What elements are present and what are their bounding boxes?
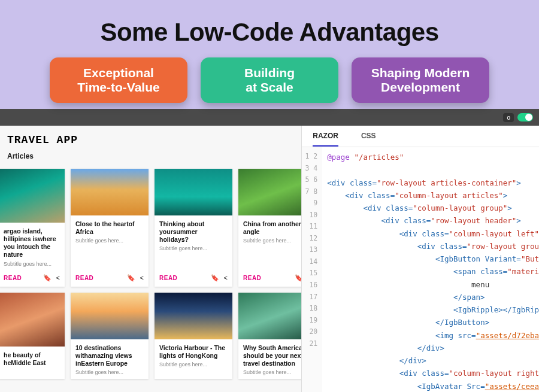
pill-line: Exceptional xyxy=(66,66,171,80)
line-gutter: 1 2 3 4 5 6 7 8 9 10 11 12 13 14 15 16 1… xyxy=(302,147,322,392)
code-tabs: RAZOR CSS xyxy=(302,126,539,147)
designer-toolbar: o xyxy=(0,109,539,126)
read-button[interactable]: READ xyxy=(4,275,22,281)
card-title: 10 destinations withamazing views inEast… xyxy=(75,344,144,367)
pill-line: Time-to-Value xyxy=(66,80,171,95)
card-title: argao island, hillipines iswhere you int… xyxy=(4,227,60,259)
tab-razor[interactable]: RAZOR xyxy=(313,132,338,147)
pill-modern-dev: Shaping Modern Development xyxy=(352,57,489,103)
card-subtitle: Subtitle goes here... xyxy=(159,361,228,367)
bookmark-icon[interactable]: 🔖 xyxy=(127,274,135,282)
share-icon[interactable]: < xyxy=(224,274,228,282)
card-title: Close to the heartof Africa xyxy=(75,220,144,236)
card-thumbnail xyxy=(71,293,149,339)
card-thumbnail xyxy=(0,293,65,347)
page-title: Some Low-Code Advantages xyxy=(0,0,539,57)
card-thumbnail xyxy=(155,293,232,339)
share-icon[interactable]: < xyxy=(140,274,144,282)
panels: TRAVEL APP Articles argao island, hillip… xyxy=(0,126,539,392)
card-title: Why South America should be your next tr… xyxy=(243,344,301,367)
card-thumbnail xyxy=(0,169,65,223)
share-icon[interactable]: < xyxy=(56,274,60,282)
article-card[interactable]: China from another angle Subtitle goes h… xyxy=(238,169,301,287)
card-thumbnail xyxy=(238,169,301,215)
article-card[interactable]: Thinking about yoursummer holidays? Subt… xyxy=(155,169,232,287)
card-subtitle: Subtitle goes here... xyxy=(75,238,144,244)
card-title: he beauty of heMiddle East xyxy=(4,351,60,367)
article-card[interactable]: argao island, hillipines iswhere you int… xyxy=(0,169,65,287)
read-button[interactable]: READ xyxy=(75,275,93,281)
card-subtitle: Subtitle goes here... xyxy=(243,238,301,244)
pill-building-at-scale: Building at Scale xyxy=(201,57,338,103)
read-button[interactable]: READ xyxy=(159,275,177,281)
article-card[interactable]: Victoria Harbour - The lights of HongKon… xyxy=(155,293,232,379)
article-card[interactable]: Close to the heartof Africa Subtitle goe… xyxy=(71,169,149,287)
pill-line: Building xyxy=(217,66,322,80)
article-card[interactable]: he beauty of heMiddle East xyxy=(0,293,65,379)
card-subtitle: Subtitle goes here... xyxy=(4,261,60,267)
pill-line: Development xyxy=(368,80,473,95)
pill-line: Shaping Modern xyxy=(368,66,473,80)
advantage-pill-row: Exceptional Time-to-Value Building at Sc… xyxy=(0,57,539,103)
source-code: @page "/articles" <div class="row-layout… xyxy=(322,147,539,392)
toolbar-toggle[interactable] xyxy=(517,113,533,121)
card-title: China from another angle xyxy=(243,220,301,236)
card-thumbnail xyxy=(71,169,149,215)
read-button[interactable]: READ xyxy=(243,275,261,281)
pill-time-to-value: Exceptional Time-to-Value xyxy=(50,57,187,103)
preview-panel: TRAVEL APP Articles argao island, hillip… xyxy=(0,126,301,392)
card-subtitle: Subtitle goes here... xyxy=(75,369,144,375)
article-card[interactable]: 10 destinations withamazing views inEast… xyxy=(71,293,149,379)
card-title: Thinking about yoursummer holidays? xyxy=(159,220,228,244)
pill-line: at Scale xyxy=(217,80,322,95)
section-heading: Articles xyxy=(7,152,294,160)
code-editor[interactable]: 1 2 3 4 5 6 7 8 9 10 11 12 13 14 15 16 1… xyxy=(302,147,539,392)
tab-css[interactable]: CSS xyxy=(361,132,376,147)
article-card[interactable]: Why South America should be your next tr… xyxy=(238,293,301,379)
bookmark-icon[interactable]: 🔖 xyxy=(211,274,219,282)
code-panel: RAZOR CSS 1 2 3 4 5 6 7 8 9 10 11 12 13 … xyxy=(301,126,539,392)
bookmark-icon[interactable]: 🔖 xyxy=(295,274,302,282)
card-subtitle: Subtitle goes here... xyxy=(159,245,228,251)
app-brand: TRAVEL APP xyxy=(7,134,294,146)
card-title: Victoria Harbour - The lights of HongKon… xyxy=(159,344,228,360)
article-grid: argao island, hillipines iswhere you int… xyxy=(0,163,301,379)
bookmark-icon[interactable]: 🔖 xyxy=(43,274,52,282)
toolbar-button[interactable]: o xyxy=(503,113,514,122)
card-thumbnail xyxy=(238,293,301,339)
card-subtitle: Subtitle goes here... xyxy=(243,369,301,375)
card-thumbnail xyxy=(155,169,232,215)
